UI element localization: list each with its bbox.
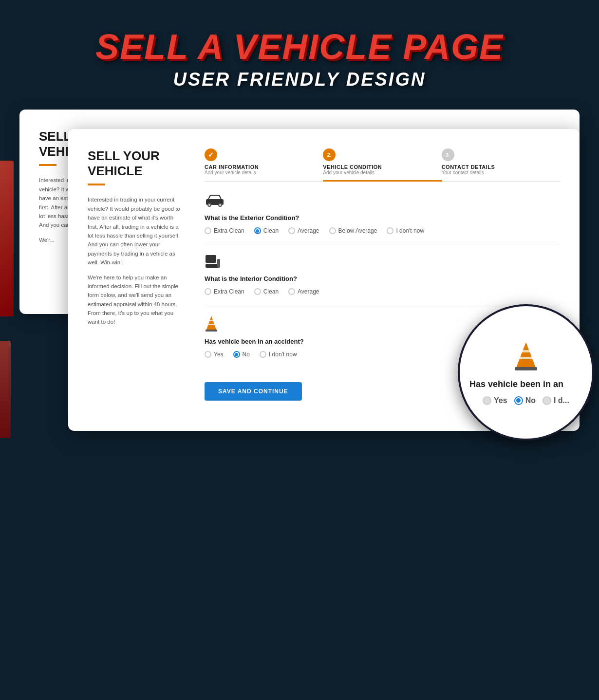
svg-point-4 xyxy=(219,204,221,206)
step-2-front: 2. VEHICLE CONDITION Add your vehicle de… xyxy=(323,148,441,181)
svg-rect-10 xyxy=(208,324,215,325)
exterior-dont-know-radio[interactable] xyxy=(387,227,393,234)
interior-extra-clean-label: Extra Clean xyxy=(214,288,244,295)
interior-average-label: Average xyxy=(298,288,319,295)
car-icon xyxy=(205,193,560,211)
zoom-yes-radio[interactable] xyxy=(483,396,491,405)
step-sublabel-2-front: Add your vehicle details xyxy=(323,170,441,175)
step-sublabel-3-front: Your contact details xyxy=(442,170,560,175)
interior-clean-label: Clean xyxy=(263,288,279,295)
svg-rect-6 xyxy=(206,264,219,268)
hero-subtitle: USER FRIENDLY DESIGN xyxy=(10,69,589,90)
svg-rect-7 xyxy=(217,259,220,268)
accident-no[interactable]: No xyxy=(233,351,250,358)
title-underline xyxy=(39,164,56,166)
step-label-1-front: CAR INFORMATION xyxy=(205,164,323,170)
zoom-no-label: No xyxy=(525,396,536,405)
exterior-extra-clean[interactable]: Extra Clean xyxy=(205,227,244,234)
zoom-yes-label: Yes xyxy=(494,396,507,405)
interior-extra-clean-radio[interactable] xyxy=(205,288,211,295)
exterior-extra-clean-label: Extra Clean xyxy=(214,227,244,234)
interior-average-radio[interactable] xyxy=(288,288,295,295)
accident-yes-label: Yes xyxy=(214,351,224,358)
svg-rect-13 xyxy=(515,367,537,370)
zoom-yes[interactable]: Yes xyxy=(483,396,507,405)
svg-rect-11 xyxy=(209,320,214,321)
accident-yes[interactable]: Yes xyxy=(205,351,224,358)
svg-point-3 xyxy=(208,204,210,206)
seat-icon xyxy=(205,254,560,272)
zoom-dont-know-label: I d... xyxy=(554,396,569,405)
exterior-below-average[interactable]: Below Average xyxy=(329,227,377,234)
save-continue-button[interactable]: SAVE AND CONTINUE xyxy=(205,382,302,401)
exterior-average-radio[interactable] xyxy=(288,227,295,234)
zoom-no[interactable]: No xyxy=(514,396,536,405)
interior-radio-group: Extra Clean Clean Average xyxy=(205,288,560,295)
zoom-popup: Has vehicle been in an Yes No I d... xyxy=(458,304,594,441)
step-num-3-front: 3. xyxy=(442,148,454,161)
zoom-question: Has vehicle been in an xyxy=(469,379,582,389)
exterior-average-label: Average xyxy=(298,227,319,234)
interior-question: What is the Interior Condition? xyxy=(205,275,560,282)
interior-clean[interactable]: Clean xyxy=(254,288,279,295)
card-front-desc2: We're here to help you make an informed … xyxy=(88,273,185,327)
steps-row-front: ✓ CAR INFORMATION Add your vehicle detai… xyxy=(205,148,560,182)
svg-rect-5 xyxy=(206,255,216,263)
step-label-2-front: VEHICLE CONDITION xyxy=(323,164,441,170)
step-3-front: 3. CONTACT DETAILS Your contact details xyxy=(442,148,560,181)
exterior-radio-group: Extra Clean Clean Average Below Ave xyxy=(205,227,560,234)
exterior-below-average-label: Below Average xyxy=(338,227,377,234)
accident-no-label: No xyxy=(243,351,250,358)
svg-marker-8 xyxy=(206,316,216,330)
exterior-dont-know[interactable]: I don't now xyxy=(387,227,424,234)
step-sublabel-1-front: Add your vehicle details xyxy=(205,170,323,175)
exterior-dont-know-label: I don't now xyxy=(396,227,424,234)
step-label-3-front: CONTACT DETAILS xyxy=(442,164,560,170)
svg-rect-9 xyxy=(206,330,217,332)
interior-condition-section: What is the Interior Condition? Extra Cl… xyxy=(205,254,560,305)
accident-dont-know[interactable]: I don't now xyxy=(260,351,297,358)
zoom-radio-group: Yes No I d... xyxy=(483,396,569,405)
front-title-underline xyxy=(88,184,105,185)
zoom-dont-know[interactable]: I d... xyxy=(543,396,569,405)
card-front-left: SELL YOURVEHICLE Interested in trading i… xyxy=(88,148,185,401)
zoom-no-radio[interactable] xyxy=(514,396,523,405)
zoom-dont-know-radio[interactable] xyxy=(543,396,551,405)
exterior-below-average-radio[interactable] xyxy=(329,227,336,234)
svg-rect-14 xyxy=(520,357,532,359)
exterior-condition-section: What is the Exterior Condition? Extra Cl… xyxy=(205,193,560,244)
accident-no-radio[interactable] xyxy=(233,351,240,358)
interior-extra-clean[interactable]: Extra Clean xyxy=(205,288,244,295)
hero-header: SELL A VEHICLE PAGE USER FRIENDLY DESIGN xyxy=(0,0,599,110)
step-num-1-front: ✓ xyxy=(205,148,217,161)
accident-dont-know-label: I don't now xyxy=(269,351,297,358)
card-front-sell-title: SELL YOURVEHICLE xyxy=(88,148,185,179)
accident-dont-know-radio[interactable] xyxy=(260,351,266,358)
hero-title: SELL A VEHICLE PAGE xyxy=(10,29,589,64)
interior-average[interactable]: Average xyxy=(288,288,319,295)
exterior-clean-radio[interactable] xyxy=(254,227,261,234)
exterior-clean[interactable]: Clean xyxy=(254,227,279,234)
exterior-question: What is the Exterior Condition? xyxy=(205,214,560,221)
interior-clean-radio[interactable] xyxy=(254,288,261,295)
step-num-2-front: 2. xyxy=(323,148,336,161)
svg-rect-15 xyxy=(522,350,530,352)
exterior-clean-label: Clean xyxy=(263,227,279,234)
card-front-desc1: Interested in trading in your current ve… xyxy=(88,195,185,267)
step-1-front: ✓ CAR INFORMATION Add your vehicle detai… xyxy=(205,148,323,181)
main-container: SELL YOURVEHICLE Interested in trading i… xyxy=(0,110,599,460)
accident-yes-radio[interactable] xyxy=(205,351,211,358)
card-front: SELL YOURVEHICLE Interested in trading i… xyxy=(68,129,580,431)
svg-marker-12 xyxy=(516,342,536,368)
zoom-cone-icon xyxy=(513,340,539,375)
exterior-average[interactable]: Average xyxy=(288,227,319,234)
exterior-extra-clean-radio[interactable] xyxy=(205,227,211,234)
